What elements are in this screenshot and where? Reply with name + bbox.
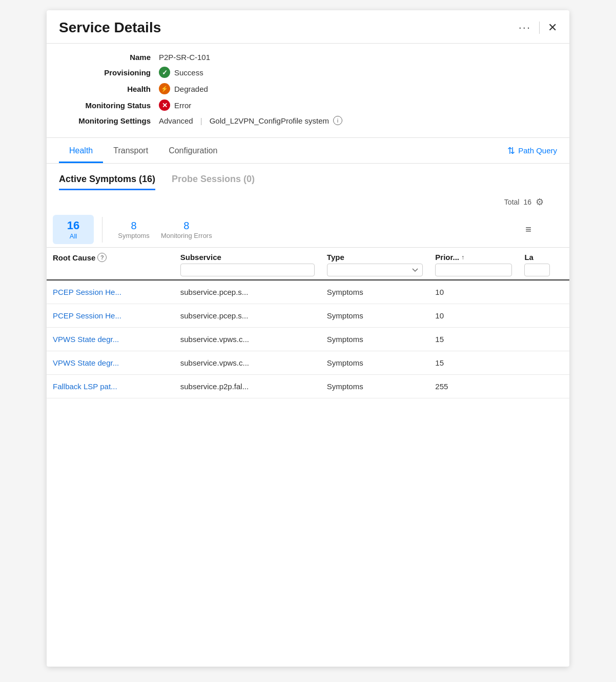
chip-monitoring-errors[interactable]: 8 Monitoring Errors <box>157 218 216 242</box>
panel-header: Service Details ··· ✕ <box>47 10 569 44</box>
root-cause-cell[interactable]: VPWS State degr... <box>47 328 174 351</box>
root-cause-cell[interactable]: VPWS State degr... <box>47 351 174 375</box>
last-cell <box>518 304 569 328</box>
priority-filter-input[interactable] <box>435 264 512 276</box>
path-query-icon: ⇅ <box>507 145 515 156</box>
priority-cell: 15 <box>429 328 518 351</box>
root-cause-help-icon[interactable]: ? <box>97 253 107 262</box>
chip-all[interactable]: 16 All <box>53 215 94 244</box>
monitoring-settings-advanced: Advanced <box>159 116 193 125</box>
sort-up-icon[interactable]: ↑ <box>461 254 464 261</box>
settings-gear-icon[interactable]: ⚙ <box>536 196 544 208</box>
provisioning-status-text: Success <box>174 68 203 77</box>
table-row: Fallback LSP pat... subservice.p2p.fal..… <box>47 375 569 398</box>
last-cell <box>518 351 569 375</box>
info-section: Name P2P-SR-C-101 Provisioning Success H… <box>47 44 569 138</box>
provisioning-row: Provisioning Success <box>59 67 557 78</box>
chip-monitoring-errors-count: 8 <box>183 220 189 232</box>
col-header-root-cause: Root Cause ? <box>47 248 174 280</box>
monitoring-settings-row: Monitoring Settings Advanced | Gold_L2VP… <box>59 116 557 125</box>
type-cell: Symptoms <box>321 328 429 351</box>
chip-symptoms[interactable]: 8 Symptoms <box>111 218 157 242</box>
content-area: Active Symptoms (16) Probe Sessions (0) … <box>47 164 569 667</box>
priority-cell: 10 <box>429 304 518 328</box>
provisioning-label: Provisioning <box>59 68 159 77</box>
last-filter-input[interactable] <box>524 264 550 276</box>
type-cell: Symptoms <box>321 375 429 398</box>
pipe-separator: | <box>200 116 202 125</box>
priority-cell: 255 <box>429 375 518 398</box>
table-row: VPWS State degr... subservice.vpws.c... … <box>47 351 569 375</box>
monitoring-status-value: Error <box>159 99 191 111</box>
subservice-cell: subservice.vpws.c... <box>174 328 321 351</box>
filter-chips: 16 All 8 Symptoms 8 Monitoring Errors ≡ <box>47 212 569 248</box>
total-row: Total 16 ⚙ <box>47 190 569 212</box>
col-header-priority: Prior... ↑ <box>429 248 518 280</box>
health-value: Degraded <box>159 83 208 94</box>
root-cause-cell[interactable]: PCEP Session He... <box>47 280 174 304</box>
chip-all-label: All <box>70 232 77 240</box>
subservice-cell: subservice.pcep.s... <box>174 280 321 304</box>
table-row: PCEP Session He... subservice.pcep.s... … <box>47 280 569 304</box>
type-cell: Symptoms <box>321 351 429 375</box>
chip-monitoring-errors-label: Monitoring Errors <box>161 232 212 239</box>
root-cause-cell[interactable]: Fallback LSP pat... <box>47 375 174 398</box>
type-filter-select[interactable]: Symptoms Monitoring Errors <box>327 264 423 276</box>
name-row: Name P2P-SR-C-101 <box>59 53 557 62</box>
error-icon <box>159 99 170 111</box>
tab-transport[interactable]: Transport <box>103 138 158 163</box>
tab-configuration[interactable]: Configuration <box>158 138 228 163</box>
root-cause-header-label: Root Cause <box>53 253 95 262</box>
subservice-header-label: Subservice <box>180 253 221 262</box>
table-header-row: Root Cause ? Subservice T <box>47 248 569 280</box>
subservice-cell: subservice.vpws.c... <box>174 351 321 375</box>
monitoring-settings-value: Advanced | Gold_L2VPN_ConfigProfile syst… <box>159 116 342 125</box>
type-cell: Symptoms <box>321 304 429 328</box>
more-options-button[interactable]: ··· <box>519 21 531 34</box>
col-header-last: La <box>518 248 569 280</box>
priority-header-label: Prior... <box>435 253 459 262</box>
monitoring-settings-label: Monitoring Settings <box>59 116 159 125</box>
last-header-label: La <box>524 253 533 262</box>
header-actions: ··· ✕ <box>519 21 557 34</box>
degraded-icon <box>159 83 170 94</box>
monitoring-status-text: Error <box>174 101 191 110</box>
monitoring-status-label: Monitoring Status <box>59 101 159 110</box>
panel-title: Service Details <box>59 19 161 36</box>
sub-tab-probe-sessions[interactable]: Probe Sessions (0) <box>172 174 255 190</box>
root-cause-cell[interactable]: PCEP Session He... <box>47 304 174 328</box>
symptoms-table: Root Cause ? Subservice T <box>47 248 569 398</box>
subservice-cell: subservice.p2p.fal... <box>174 375 321 398</box>
table-container: Root Cause ? Subservice T <box>47 248 569 667</box>
header-divider <box>539 22 540 34</box>
filter-icon[interactable]: ≡ <box>525 224 531 235</box>
tabs-left: Health Transport Configuration <box>59 138 228 163</box>
monitoring-status-row: Monitoring Status Error <box>59 99 557 111</box>
health-status-text: Degraded <box>174 85 208 93</box>
provisioning-value: Success <box>159 67 203 78</box>
close-button[interactable]: ✕ <box>548 21 557 34</box>
name-value: P2P-SR-C-101 <box>159 53 210 62</box>
last-cell <box>518 280 569 304</box>
subservice-filter-input[interactable] <box>180 264 315 276</box>
col-header-subservice: Subservice <box>174 248 321 280</box>
chip-divider <box>102 217 102 243</box>
last-cell <box>518 375 569 398</box>
last-cell <box>518 328 569 351</box>
chip-all-count: 16 <box>67 219 79 232</box>
table-row: VPWS State degr... subservice.vpws.c... … <box>47 328 569 351</box>
path-query-button[interactable]: ⇅ Path Query <box>507 145 557 156</box>
path-query-label: Path Query <box>518 146 557 155</box>
total-count: 16 <box>523 198 531 206</box>
type-cell: Symptoms <box>321 280 429 304</box>
total-label: Total <box>504 198 520 206</box>
tab-health[interactable]: Health <box>59 138 103 163</box>
sub-tabs-section: Active Symptoms (16) Probe Sessions (0) <box>47 164 569 190</box>
service-details-panel: Service Details ··· ✕ Name P2P-SR-C-101 … <box>47 10 569 667</box>
table-body: PCEP Session He... subservice.pcep.s... … <box>47 280 569 398</box>
health-row: Health Degraded <box>59 83 557 94</box>
info-icon[interactable]: i <box>333 116 342 125</box>
chip-symptoms-label: Symptoms <box>118 232 149 239</box>
priority-cell: 15 <box>429 351 518 375</box>
sub-tab-active-symptoms[interactable]: Active Symptoms (16) <box>59 174 155 190</box>
